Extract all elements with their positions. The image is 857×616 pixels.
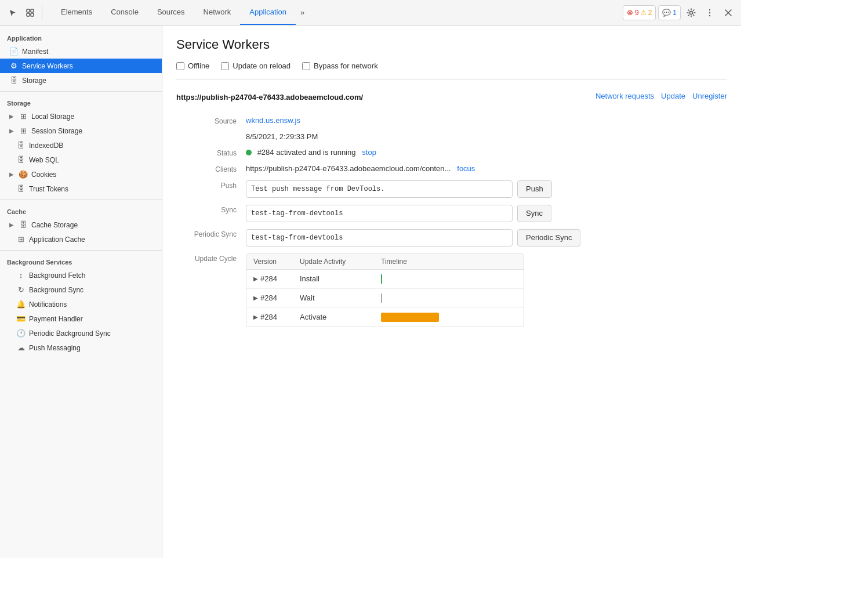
received-value: 8/5/2021, 2:29:33 PM	[246, 132, 727, 141]
uc-version-1: ▶ #284	[253, 274, 300, 283]
cursor-icon[interactable]	[5, 5, 21, 21]
uc-row-activate: ▶ #284 Activate	[246, 308, 524, 327]
indexeddb-icon: 🗄	[16, 141, 26, 150]
more-options-icon[interactable]	[702, 5, 718, 21]
sync-value: Sync	[246, 205, 727, 222]
timeline-bar-activate	[381, 313, 439, 322]
sidebar-item-web-sql[interactable]: 🗄 Web SQL	[0, 153, 162, 167]
push-icon: ☁	[16, 343, 26, 352]
sync-input[interactable]	[246, 205, 513, 222]
tab-elements[interactable]: Elements	[52, 0, 101, 25]
svg-point-5	[709, 9, 710, 10]
source-link[interactable]: wknd.us.ensw.js	[246, 116, 300, 125]
page-title: Service Workers	[176, 37, 727, 52]
sidebar: Application 📄 Manifest ⚙ Service Workers…	[0, 26, 162, 558]
sidebar-divider-2	[0, 200, 162, 200]
web-sql-icon: 🗄	[16, 155, 26, 164]
sidebar-section-storage: Storage	[0, 95, 162, 109]
stop-link[interactable]: stop	[362, 148, 376, 157]
unregister-link[interactable]: Unregister	[692, 92, 727, 100]
push-input-row: Push	[246, 180, 727, 198]
svg-point-6	[709, 12, 710, 13]
more-tabs-button[interactable]: »	[296, 8, 309, 17]
sync-input-row: Sync	[246, 205, 727, 222]
offline-checkbox-label[interactable]: Offline	[176, 61, 209, 70]
sidebar-item-app-cache[interactable]: ⊞ Application Cache	[0, 232, 162, 247]
inspect-icon[interactable]	[22, 5, 38, 21]
sidebar-item-local-storage[interactable]: ▶ ⊞ Local Storage	[0, 109, 162, 124]
sidebar-item-bg-fetch[interactable]: ↕ Background Fetch	[0, 268, 162, 282]
sidebar-item-cache-storage[interactable]: ▶ 🗄 Cache Storage	[0, 218, 162, 232]
cookies-icon: 🍪	[19, 170, 28, 179]
arrow-icon: ▶	[9, 113, 14, 119]
periodic-sync-icon: 🕐	[16, 329, 26, 338]
arrow-icon: ▶	[9, 128, 14, 134]
sw-entry: https://publish-p24704-e76433.adobeaemcl…	[176, 92, 727, 103]
tab-sources[interactable]: Sources	[148, 0, 194, 25]
uc-arrow-icon: ▶	[253, 295, 258, 301]
status-dot	[246, 150, 252, 155]
sidebar-item-periodic-bg-sync[interactable]: 🕐 Periodic Background Sync	[0, 326, 162, 340]
periodic-sync-value: Periodic Sync	[246, 229, 727, 247]
update-on-reload-checkbox-label[interactable]: Update on reload	[221, 61, 290, 70]
sidebar-divider-1	[0, 91, 162, 92]
bypass-checkbox[interactable]	[302, 62, 310, 70]
sidebar-item-push-messaging[interactable]: ☁ Push Messaging	[0, 340, 162, 355]
received-row: 8/5/2021, 2:29:33 PM	[176, 129, 727, 144]
session-storage-icon: ⊞	[19, 126, 28, 135]
sync-button[interactable]: Sync	[517, 205, 551, 222]
local-storage-icon: ⊞	[19, 112, 28, 121]
update-cycle-table: Version Update Activity Timeline ▶ #284 …	[246, 253, 524, 327]
push-input[interactable]	[246, 180, 513, 198]
sidebar-item-trust-tokens[interactable]: 🗄 Trust Tokens	[0, 182, 162, 196]
source-label: Source	[176, 116, 246, 125]
periodic-sync-button[interactable]: Periodic Sync	[517, 229, 580, 247]
sync-label: Sync	[176, 205, 246, 214]
sidebar-item-bg-sync[interactable]: ↻ Background Sync	[0, 282, 162, 297]
sidebar-divider-3	[0, 250, 162, 251]
sidebar-item-manifest[interactable]: 📄 Manifest	[0, 44, 162, 59]
trust-tokens-icon: 🗄	[16, 184, 26, 193]
periodic-sync-row: Periodic Sync Periodic Sync	[176, 226, 727, 250]
sidebar-item-service-workers[interactable]: ⚙ Service Workers	[0, 59, 162, 73]
toolbar-right: ⊗ 9 ⚠ 2 💬 1	[623, 5, 736, 21]
push-button[interactable]: Push	[517, 180, 552, 198]
sidebar-section-background: Background Services	[0, 254, 162, 268]
payment-icon: 💳	[16, 314, 26, 323]
update-on-reload-checkbox[interactable]	[221, 62, 229, 70]
push-row: Push Push	[176, 177, 727, 201]
tab-application[interactable]: Application	[240, 0, 296, 25]
sidebar-item-indexeddb[interactable]: 🗄 IndexedDB	[0, 138, 162, 153]
uc-version-3: ▶ #284	[253, 313, 300, 321]
warning-icon: ⚠	[641, 9, 647, 16]
sidebar-item-notifications[interactable]: 🔔 Notifications	[0, 297, 162, 311]
svg-point-4	[690, 11, 693, 14]
sidebar-item-payment-handler[interactable]: 💳 Payment Handler	[0, 311, 162, 326]
offline-checkbox[interactable]	[176, 62, 184, 70]
bg-sync-icon: ↻	[16, 285, 26, 294]
sw-url: https://publish-p24704-e76433.adobeaemcl…	[176, 92, 363, 103]
sidebar-item-cookies[interactable]: ▶ 🍪 Cookies	[0, 167, 162, 182]
bypass-checkbox-label[interactable]: Bypass for network	[302, 61, 378, 70]
focus-link[interactable]: focus	[457, 164, 475, 173]
push-label: Push	[176, 180, 246, 190]
tab-console[interactable]: Console	[101, 0, 148, 25]
svg-rect-2	[27, 13, 30, 16]
periodic-sync-input[interactable]	[246, 229, 513, 247]
status-label: Status	[176, 148, 246, 157]
update-link[interactable]: Update	[661, 92, 685, 100]
sidebar-item-storage[interactable]: 🗄 Storage	[0, 73, 162, 88]
uc-col-timeline: Timeline	[381, 258, 517, 266]
error-badge[interactable]: ⊗ 9 ⚠ 2	[623, 5, 656, 20]
content-area: Service Workers Offline Update on reload…	[162, 26, 741, 558]
tab-network[interactable]: Network	[194, 0, 241, 25]
message-badge[interactable]: 💬 1	[658, 5, 681, 20]
toolbar-icons	[5, 5, 45, 21]
sidebar-item-session-storage[interactable]: ▶ ⊞ Session Storage	[0, 124, 162, 138]
toolbar-tabs: Elements Console Sources Network Applica…	[52, 0, 620, 25]
settings-icon[interactable]	[683, 5, 699, 21]
app-cache-icon: ⊞	[16, 235, 26, 244]
network-requests-link[interactable]: Network requests	[595, 92, 654, 100]
close-icon[interactable]	[720, 5, 736, 21]
uc-activity-1: Install	[300, 274, 381, 283]
